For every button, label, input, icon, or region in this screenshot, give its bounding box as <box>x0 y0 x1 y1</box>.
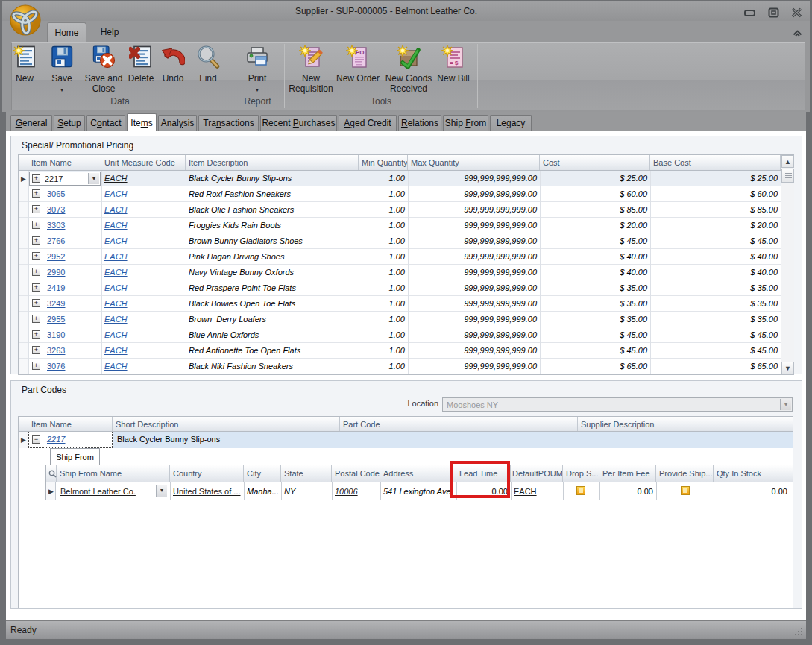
svg-text:= $: = $ <box>450 60 459 66</box>
